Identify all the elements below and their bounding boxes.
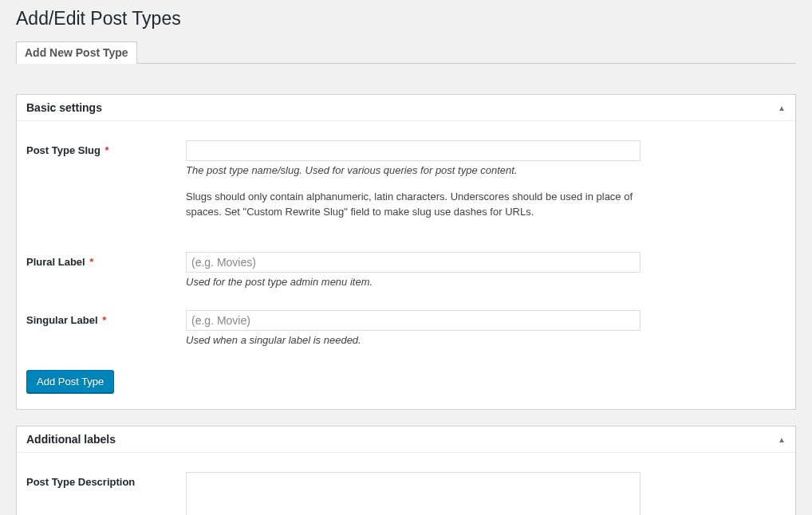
help-post-type-slug-extra: Slugs should only contain alphanumeric, … [186,189,641,220]
post-type-slug-input[interactable] [186,140,641,161]
tabs-wrapper: Add New Post Type [16,34,796,64]
row-post-type-slug: Post Type Slug * The post type name/slug… [26,140,786,220]
tab-add-new-post-type[interactable]: Add New Post Type [16,41,137,64]
add-post-type-button[interactable]: Add Post Type [26,370,114,393]
help-post-type-slug: The post type name/slug. Used for variou… [186,164,641,176]
caret-up-icon: ▲ [778,434,786,443]
required-mark: * [89,256,93,268]
help-plural-label: Used for the post type admin menu item. [186,276,641,288]
row-singular-label: Singular Label * Used when a singular la… [26,310,786,346]
label-singular: Singular Label * [26,310,186,326]
row-post-type-description: Post Type Description Perhaps describe w… [26,472,786,515]
label-post-type-description: Post Type Description [26,472,186,488]
caret-up-icon: ▲ [778,103,786,112]
submit-area: Add Post Type [26,370,786,393]
panel-additional-labels: Additional labels ▲ Post Type Descriptio… [16,426,796,515]
plural-label-input[interactable] [186,252,641,273]
required-mark: * [105,144,109,156]
panel-additional-body: Post Type Description Perhaps describe w… [17,453,795,515]
row-plural-label: Plural Label * Used for the post type ad… [26,252,786,288]
singular-label-input[interactable] [186,310,641,331]
panel-basic-settings: Basic settings ▲ Post Type Slug * The po… [16,94,796,410]
label-post-type-slug: Post Type Slug * [26,140,186,156]
required-mark: * [102,314,106,326]
panel-basic-title: Basic settings [26,101,102,114]
page-title: Add/Edit Post Types [16,0,796,34]
help-singular-label: Used when a singular label is needed. [186,334,641,346]
panel-additional-title: Additional labels [26,433,116,446]
label-plural: Plural Label * [26,252,186,268]
panel-additional-header[interactable]: Additional labels ▲ [17,427,795,453]
panel-basic-body: Post Type Slug * The post type name/slug… [17,121,795,409]
post-type-description-textarea[interactable] [186,472,641,515]
panel-basic-header[interactable]: Basic settings ▲ [17,95,795,121]
